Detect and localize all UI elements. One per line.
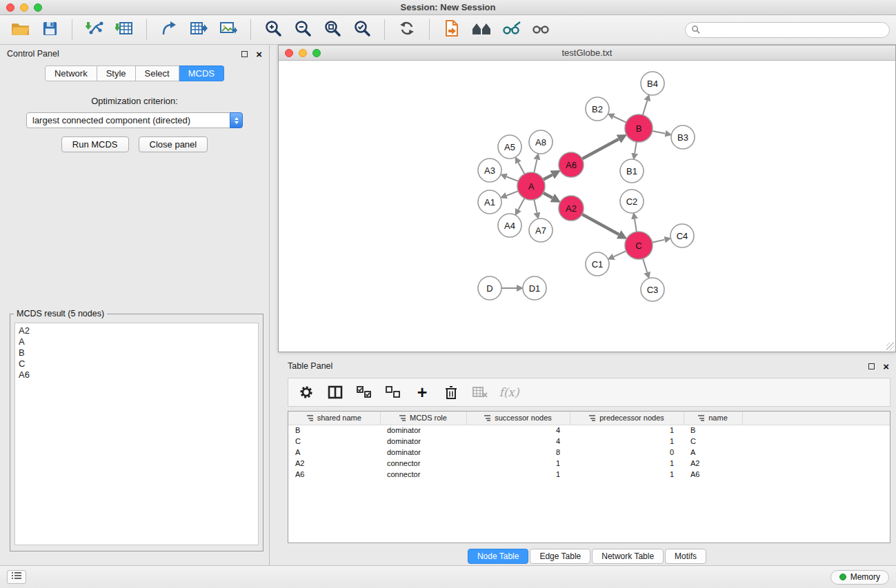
column-header[interactable]: shared name: [288, 412, 380, 425]
main-toolbar: [0, 15, 896, 45]
graph-edge[interactable]: [643, 101, 647, 115]
delete-column-icon[interactable]: [441, 383, 461, 402]
export-image-button[interactable]: [217, 18, 240, 41]
search-icon: [691, 24, 700, 37]
graph-edge[interactable]: [635, 142, 637, 154]
float-panel-icon[interactable]: [241, 51, 248, 57]
column-header[interactable]: MCDS role: [380, 412, 466, 425]
delete-table-icon[interactable]: [470, 383, 490, 402]
graph-edge[interactable]: [582, 139, 619, 159]
network-window-titlebar[interactable]: testGlobe.txt: [279, 45, 895, 61]
save-floppy-icon: [42, 21, 58, 39]
graph-edge[interactable]: [643, 258, 647, 272]
tab-edge-table[interactable]: Edge Table: [530, 549, 590, 564]
refresh-layout-button[interactable]: [395, 18, 419, 41]
export-network-button[interactable]: [157, 18, 181, 41]
mcds-result-list[interactable]: A2ABCA6: [14, 323, 259, 545]
table-row[interactable]: Bdominator41B: [288, 425, 890, 436]
close-table-panel-icon[interactable]: ×: [883, 361, 889, 372]
result-item[interactable]: B: [19, 347, 255, 358]
toolbar-separator: [429, 19, 430, 40]
select-all-rows-icon[interactable]: [355, 383, 374, 402]
graph-edge[interactable]: [518, 163, 524, 174]
graph-edge[interactable]: [653, 240, 665, 243]
close-mcds-panel-button[interactable]: Close panel: [139, 136, 208, 152]
graph-edge[interactable]: [534, 200, 537, 213]
result-item[interactable]: A: [19, 336, 255, 347]
graph-node-label: A8: [535, 137, 546, 148]
home-view-button[interactable]: [470, 18, 493, 41]
node-data-table: shared nameMCDS rolesuccessor nodesprede…: [288, 412, 890, 480]
hide-details-button[interactable]: [499, 18, 523, 41]
open-session-button[interactable]: [8, 18, 32, 41]
search-input[interactable]: [704, 26, 884, 35]
dropdown-stepper-icon[interactable]: [230, 112, 243, 128]
graph-edge[interactable]: [506, 191, 518, 196]
graph-edge[interactable]: [534, 159, 537, 172]
node-table[interactable]: shared nameMCDS rolesuccessor nodesprede…: [288, 411, 890, 543]
result-item[interactable]: C: [19, 358, 255, 369]
create-column-icon[interactable]: +: [412, 383, 432, 402]
graph-edge[interactable]: [518, 199, 524, 210]
function-builder-icon[interactable]: f(x): [499, 383, 519, 402]
node-table-body: Bdominator41BCdominator41CAdominator80AA…: [288, 425, 890, 480]
control-panel: Control Panel × NetworkStyleSelectMCDS O…: [0, 45, 270, 565]
graph-node-label: C: [635, 241, 641, 251]
result-item[interactable]: A2: [19, 325, 255, 336]
tab-style[interactable]: Style: [97, 65, 136, 81]
graph-edge[interactable]: [614, 116, 626, 123]
graph-edge[interactable]: [544, 193, 552, 198]
tab-network-table[interactable]: Network Table: [592, 549, 664, 564]
column-header[interactable]: name: [684, 412, 742, 425]
zoom-out-icon: [294, 19, 312, 40]
network-canvas-svg: B4B2BB3A5A8A6A3B1AA1C2A2A4A7CC4C1C3DD1: [279, 61, 895, 352]
show-panels-menu-button[interactable]: [7, 570, 26, 584]
zoom-in-button[interactable]: [261, 18, 285, 41]
glasses-icon: [530, 21, 551, 39]
table-row[interactable]: Cdominator41C: [288, 436, 890, 447]
table-row[interactable]: A6connector11A6: [288, 469, 890, 480]
table-row[interactable]: Adominator80A: [288, 447, 890, 458]
tab-select[interactable]: Select: [136, 65, 179, 81]
graph-edge[interactable]: [635, 219, 637, 232]
control-panel-tabs: NetworkStyleSelectMCDS: [0, 65, 269, 81]
save-session-button[interactable]: [38, 18, 61, 41]
network-canvas[interactable]: B4B2BB3A5A8A6A3B1AA1C2A2A4A7CC4C1C3DD1: [279, 61, 895, 352]
graph-edge[interactable]: [582, 214, 619, 234]
close-panel-icon[interactable]: ×: [256, 49, 262, 59]
graph-node-label: B4: [647, 79, 658, 89]
window-resize-grip[interactable]: [886, 343, 895, 351]
import-table-button[interactable]: [112, 18, 136, 41]
column-header[interactable]: predecessor nodes: [570, 412, 684, 425]
zoom-out-button[interactable]: [291, 18, 315, 41]
sort-icon: [307, 415, 313, 421]
toolbar-search[interactable]: [685, 22, 890, 38]
float-table-panel-icon[interactable]: [868, 363, 875, 369]
import-network-button[interactable]: [83, 18, 106, 41]
graph-node-label: A6: [566, 160, 577, 170]
graph-edge[interactable]: [614, 251, 626, 256]
show-details-button[interactable]: [529, 18, 552, 41]
zoom-selected-button[interactable]: [350, 18, 374, 41]
tab-node-table[interactable]: Node Table: [468, 549, 529, 564]
graph-edge[interactable]: [653, 131, 666, 134]
settings-gear-icon[interactable]: [297, 383, 316, 402]
graph-edge[interactable]: [506, 176, 518, 181]
tab-mcds[interactable]: MCDS: [179, 65, 224, 81]
result-item[interactable]: A6: [19, 369, 255, 381]
optimization-criterion-select[interactable]: largest connected component (directed): [26, 112, 243, 128]
window-title: Session: New Session: [0, 2, 896, 12]
graph-edge[interactable]: [544, 175, 552, 180]
tab-motifs[interactable]: Motifs: [665, 549, 706, 564]
mcds-buttons-row: Run MCDS Close panel: [0, 136, 269, 152]
table-row[interactable]: A2connector11A2: [288, 458, 890, 469]
first-neighbors-button[interactable]: [440, 18, 464, 41]
zoom-fit-button[interactable]: [321, 18, 344, 41]
deselect-all-rows-icon[interactable]: [384, 383, 403, 402]
memory-button[interactable]: Memory: [830, 570, 889, 585]
run-mcds-button[interactable]: Run MCDS: [61, 136, 129, 152]
tab-network[interactable]: Network: [45, 65, 97, 81]
export-table-button[interactable]: [187, 18, 210, 41]
column-header[interactable]: successor nodes: [466, 412, 570, 425]
show-columns-icon[interactable]: [326, 383, 345, 402]
